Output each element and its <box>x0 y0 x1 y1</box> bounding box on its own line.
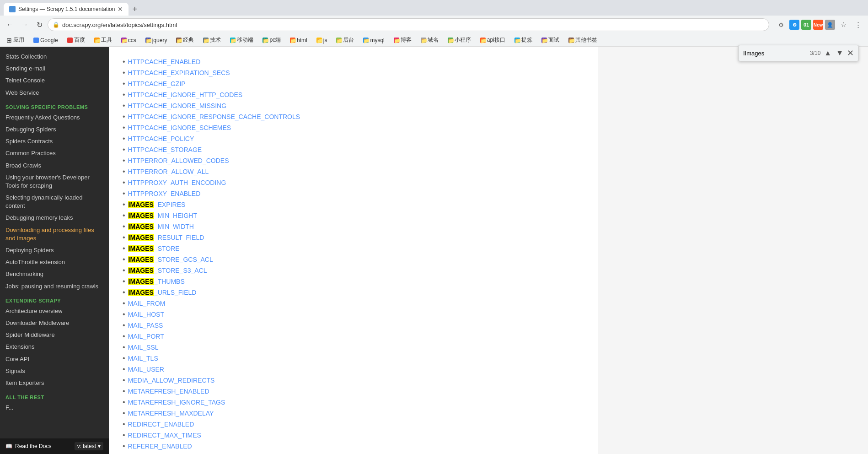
sidebar-item-common-practices[interactable]: Common Practices <box>0 147 109 159</box>
link-mail-port[interactable]: MAIL_PORT <box>128 333 164 340</box>
link-httperror-allowed[interactable]: HTTPERROR_ALLOWED_CODES <box>128 157 229 164</box>
sidebar-item-downloader-middleware[interactable]: Downloader Middleware <box>0 317 109 329</box>
active-tab[interactable]: Settings — Scrapy 1.5.1 documentation ✕ <box>4 3 129 16</box>
sidebar-item-architecture[interactable]: Architecture overview <box>0 305 109 317</box>
link-mail-user[interactable]: MAIL_USER <box>128 366 164 373</box>
bookmark-api[interactable]: 📁 api接口 <box>477 35 508 45</box>
link-httpproxy-enabled[interactable]: HTTPPROXY_ENABLED <box>128 190 201 197</box>
find-next-button[interactable]: ▼ <box>835 49 844 57</box>
sidebar-item-stats-collection[interactable]: Stats Collection <box>0 51 109 63</box>
bookmark-ccs[interactable]: 📁 ccs <box>118 36 139 44</box>
link-images-expires[interactable]: IMAGES_EXPIRES <box>128 201 186 208</box>
sidebar-item-benchmarking[interactable]: Benchmarking <box>0 268 109 280</box>
sidebar-item-core-api[interactable]: Core API <box>0 353 109 365</box>
sidebar-item-web-service[interactable]: Web Service <box>0 87 109 99</box>
tab-close-button[interactable]: ✕ <box>118 5 123 13</box>
version-badge[interactable]: v: latest ▾ <box>75 442 103 450</box>
sidebar-item-sending-email[interactable]: Sending e-mail <box>0 63 109 75</box>
sidebar-item-jobs[interactable]: Jobs: pausing and resuming crawls <box>0 281 109 292</box>
sidebar-item-telnet-console[interactable]: Telnet Console <box>0 75 109 86</box>
sidebar-item-spider-middleware[interactable]: Spider Middleware <box>0 329 109 341</box>
find-prev-button[interactable]: ▲ <box>823 49 832 57</box>
extensions-icon[interactable]: ⚙ <box>775 18 788 31</box>
link-images-min-width[interactable]: IMAGES_MIN_WIDTH <box>128 223 194 230</box>
link-httpcache-storage[interactable]: HTTPCACHE_STORAGE <box>128 146 202 153</box>
bookmark-extract[interactable]: 📁 提炼 <box>512 35 535 45</box>
link-httpcache-gzip[interactable]: HTTPCACHE_GZIP <box>128 80 186 87</box>
link-httpcache-ignore-schemes[interactable]: HTTPCACHE_IGNORE_SCHEMES <box>128 124 231 131</box>
ext-icon-2[interactable]: 01 <box>801 20 811 30</box>
link-mail-pass[interactable]: MAIL_PASS <box>128 322 163 329</box>
link-images-thumbs[interactable]: IMAGES_THUMBS <box>128 278 185 285</box>
bookmark-classic[interactable]: 📁 经典 <box>173 35 197 45</box>
bookmark-apps[interactable]: ⊞ 应用 <box>4 35 27 45</box>
bookmark-blog[interactable]: 📁 博客 <box>391 35 414 45</box>
bookmark-domain[interactable]: 📁 域名 <box>418 35 441 45</box>
link-httpcache-enabled[interactable]: HTTPCACHE_ENABLED <box>128 58 201 65</box>
bookmark-backend[interactable]: 📁 后台 <box>333 35 357 45</box>
address-bar[interactable]: 🔒 doc.scrapy.org/en/latest/topics/settin… <box>48 18 769 31</box>
link-redirect-max-times[interactable]: REDIRECT_MAX_TIMES <box>128 432 201 439</box>
back-button[interactable]: ← <box>4 18 16 31</box>
reload-button[interactable]: ↻ <box>33 18 46 31</box>
bookmark-jquery[interactable]: 📁 jquery <box>143 36 170 44</box>
ext-icon-3[interactable]: 👤 <box>825 20 835 30</box>
bookmark-interview[interactable]: 📁 面试 <box>539 35 562 45</box>
bookmark-miniapp[interactable]: 📁 小程序 <box>445 35 474 45</box>
sidebar-item-deploying[interactable]: Deploying Spiders <box>0 244 109 256</box>
link-images-min-height[interactable]: IMAGES_MIN_HEIGHT <box>128 212 197 219</box>
link-metarefresh-ignore-tags[interactable]: METAREFRESH_IGNORE_TAGS <box>128 399 225 406</box>
sidebar-item-browser-tools[interactable]: Using your browser's Developer Tools for… <box>0 172 109 192</box>
ext-icon-new[interactable]: New <box>813 20 823 30</box>
link-media-allow-redirects[interactable]: MEDIA_ALLOW_REDIRECTS <box>128 377 215 384</box>
link-httpcache-ignore-missing[interactable]: HTTPCACHE_IGNORE_MISSING <box>128 102 226 109</box>
sidebar-item-memory-leaks[interactable]: Debugging memory leaks <box>0 212 109 224</box>
sidebar-item-extensions[interactable]: Extensions <box>0 341 109 353</box>
link-httpcache-ignore-response[interactable]: HTTPCACHE_IGNORE_RESPONSE_CACHE_CONTROLS <box>128 113 300 120</box>
sidebar-item-broad-crawls[interactable]: Broad Crawls <box>0 160 109 172</box>
menu-icon[interactable]: ⋮ <box>852 18 864 31</box>
sidebar-item-spiders-contracts[interactable]: Spiders Contracts <box>0 135 109 147</box>
link-mail-tls[interactable]: MAIL_TLS <box>128 355 158 362</box>
bookmark-pc[interactable]: 📁 pc端 <box>260 35 284 45</box>
bookmark-google[interactable]: Google <box>31 36 61 44</box>
link-images-store-gcs[interactable]: IMAGES_STORE_GCS_ACL <box>128 256 213 263</box>
sidebar-item-debugging-spiders[interactable]: Debugging Spiders <box>0 124 109 135</box>
sidebar-item-autothrottle[interactable]: AutoThrottle extension <box>0 256 109 268</box>
sidebar-item-rest-first[interactable]: F... <box>0 402 109 414</box>
sidebar-item-files-images[interactable]: Downloading and processing files and ima… <box>0 224 109 244</box>
link-metarefresh-enabled[interactable]: METAREFRESH_ENABLED <box>128 388 209 395</box>
link-mail-from[interactable]: MAIL_FROM <box>128 300 166 307</box>
bookmark-mobile[interactable]: 📁 移动端 <box>227 35 256 45</box>
bookmark-others[interactable]: 📁 其他书签 <box>566 35 600 45</box>
link-images-store[interactable]: IMAGES_STORE <box>128 245 180 252</box>
link-httpcache-ignore-http[interactable]: HTTPCACHE_IGNORE_HTTP_CODES <box>128 91 242 98</box>
link-images-store-s3[interactable]: IMAGES_STORE_S3_ACL <box>128 267 207 274</box>
readthedocs-link[interactable]: Read the Docs <box>15 443 51 449</box>
link-httpcache-expiration[interactable]: HTTPCACHE_EXPIRATION_SECS <box>128 69 230 76</box>
find-close-button[interactable]: ✕ <box>847 48 854 58</box>
bookmark-tools[interactable]: 📁 工具 <box>91 35 115 45</box>
find-input[interactable] <box>743 50 807 57</box>
sidebar-item-signals[interactable]: Signals <box>0 365 109 377</box>
new-tab-button[interactable]: + <box>132 5 137 14</box>
sidebar-item-faq[interactable]: Frequently Asked Questions <box>0 112 109 124</box>
link-httpcache-policy[interactable]: HTTPCACHE_POLICY <box>128 135 194 142</box>
link-images-result-field[interactable]: IMAGES_RESULT_FIELD <box>128 234 204 241</box>
bookmark-baidu[interactable]: 百度 <box>64 35 88 45</box>
sidebar-item-dynamic-content[interactable]: Selecting dynamically-loaded content <box>0 192 109 212</box>
link-mail-ssl[interactable]: MAIL_SSL <box>128 344 159 351</box>
link-images-urls-field[interactable]: IMAGES_URLS_FIELD <box>128 289 197 296</box>
bookmark-html[interactable]: 📁 html <box>287 36 310 44</box>
link-httperror-allow-all[interactable]: HTTPERROR_ALLOW_ALL <box>128 168 209 175</box>
star-icon[interactable]: ☆ <box>837 18 850 31</box>
link-httpproxy-auth[interactable]: HTTPPROXY_AUTH_ENCODING <box>128 179 226 186</box>
link-redirect-enabled[interactable]: REDIRECT_ENABLED <box>128 421 194 428</box>
bookmark-js[interactable]: 📁 js <box>314 36 330 44</box>
link-referer-enabled[interactable]: REFERER_ENABLED <box>128 443 192 450</box>
bookmark-tech[interactable]: 📁 技术 <box>200 35 224 45</box>
forward-button[interactable]: → <box>18 18 31 31</box>
bookmark-mysql[interactable]: 📁 mysql <box>360 36 387 44</box>
link-mail-host[interactable]: MAIL_HOST <box>128 311 164 318</box>
ext-icon-1[interactable]: ⚙ <box>789 20 799 30</box>
